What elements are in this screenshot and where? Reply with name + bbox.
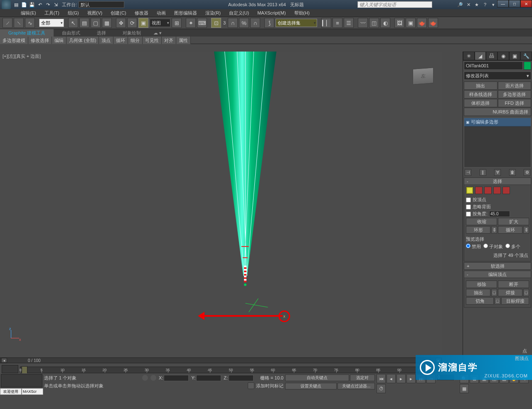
object-color-swatch[interactable] <box>524 62 531 70</box>
extrude-button[interactable]: 抽出 <box>466 289 490 296</box>
close-button[interactable]: ✕ <box>520 0 532 7</box>
btn-splinesel[interactable]: 样条线选择 <box>464 90 498 99</box>
named-sel-edit-icon[interactable]: ⟆ <box>264 18 274 28</box>
subobj-edge-icon[interactable] <box>475 187 483 194</box>
menu-create[interactable]: 创建(C) <box>106 10 130 16</box>
qat-new-icon[interactable]: ▤ <box>12 1 20 8</box>
menu-views[interactable]: 视图(V) <box>83 10 107 16</box>
curve-editor-icon[interactable]: 〰 <box>358 18 368 28</box>
search-icon[interactable]: 🔎 <box>457 1 463 8</box>
maxscript-input[interactable]: MAXScr <box>22 388 43 395</box>
manipulate-icon[interactable]: ✦ <box>186 18 196 28</box>
tab-motion-icon[interactable]: ◉ <box>498 52 509 60</box>
tab-paint[interactable]: 对象绘制 <box>114 29 149 37</box>
grow-button[interactable]: 扩大 <box>498 218 529 225</box>
mirror-icon[interactable]: ▎▏ <box>321 18 331 28</box>
menu-render[interactable]: 渲染(R) <box>201 10 225 16</box>
tab-freeform[interactable]: 自由形式 <box>54 29 89 37</box>
add-marker-label[interactable]: 添加时间标记 <box>256 383 283 389</box>
exchange-icon[interactable]: ✕ <box>465 1 472 8</box>
panel-modifysel[interactable]: 修改选择 <box>28 37 52 44</box>
tab-display-icon[interactable]: ▣ <box>509 52 521 60</box>
configure-icon[interactable]: ⚙ <box>524 169 530 176</box>
dropdown-icon[interactable]: ▾ <box>490 1 497 8</box>
rollout-softsel-header[interactable]: 软选择 <box>464 262 531 270</box>
menu-group[interactable]: 组(G) <box>64 10 83 16</box>
chamfer-opt[interactable]: □ <box>495 297 500 305</box>
menu-customize[interactable]: 自定义(U) <box>225 10 253 16</box>
viewcube[interactable]: 左 <box>413 67 433 84</box>
goto-start-icon[interactable]: ⏮ <box>377 374 386 383</box>
show-end-icon[interactable]: ∥ <box>480 169 486 176</box>
play-icon[interactable]: ▸ <box>397 374 406 383</box>
snap-2d-icon[interactable]: ⊡ <box>211 18 221 28</box>
maxscript-mini[interactable] <box>1 374 42 387</box>
make-unique-icon[interactable]: ∀ <box>494 169 501 176</box>
tab-utilities-icon[interactable]: 🔧 <box>520 52 532 60</box>
ref-coord-dropdown[interactable]: 视图 <box>150 19 170 27</box>
modifier-list-dropdown[interactable]: 修改器列表 <box>464 71 531 80</box>
preview-sub-radio[interactable]: 子对象 <box>483 244 503 250</box>
rotate-icon[interactable]: ⟳ <box>127 18 137 28</box>
ring-button[interactable]: 环形 <box>466 226 490 234</box>
pivot-icon[interactable]: ⊞ <box>172 18 182 28</box>
menu-edit[interactable]: 编辑(E) <box>17 10 40 16</box>
lock-icon[interactable] <box>142 375 148 381</box>
loop-spin[interactable]: ⇕ <box>523 226 529 234</box>
panel-geometry[interactable]: 几何体 (全部) <box>66 37 99 44</box>
menu-maxscript[interactable]: MAXScript(M) <box>253 10 290 15</box>
angle-snap-icon[interactable]: ∩ <box>228 18 238 28</box>
selection-filter-dropdown[interactable]: 全部 <box>39 19 64 27</box>
weld-button[interactable]: 焊接 <box>498 289 522 296</box>
help-search-input[interactable] <box>357 1 432 8</box>
spinner-snap-icon[interactable]: ∩ <box>250 18 260 28</box>
subobj-element-icon[interactable] <box>502 187 510 194</box>
help-icon[interactable]: ? <box>482 1 488 8</box>
ignore-backface-check[interactable]: 忽略背面 <box>466 204 529 210</box>
max-toggle-icon[interactable]: ▦ <box>460 384 469 393</box>
tab-hierarchy-icon[interactable]: 品 <box>486 52 498 60</box>
menu-tools[interactable]: 工具(T) <box>40 10 64 16</box>
time-config-icon[interactable]: ⏱ <box>377 384 386 393</box>
workspace-dropdown[interactable]: 默认 <box>79 1 124 8</box>
timeline-ruler[interactable]: 0510152025303540455055606570758085909510… <box>20 367 442 373</box>
matedit-icon[interactable]: ◐ <box>380 18 390 28</box>
select-name-icon[interactable]: ▤ <box>79 18 89 28</box>
remove-button[interactable]: 移除 <box>466 281 497 288</box>
qat-open-icon[interactable]: 📄 <box>20 1 28 8</box>
app-icon[interactable] <box>2 0 11 9</box>
shrink-button[interactable]: 收缩 <box>466 218 497 225</box>
panel-subdiv[interactable]: 细分 <box>128 37 143 44</box>
select-region-icon[interactable]: ▢ <box>91 18 101 28</box>
btn-volsel[interactable]: 体积选择 <box>464 99 498 107</box>
btn-extract[interactable]: 抽出 <box>464 81 498 90</box>
subobj-vertex-icon[interactable] <box>466 187 473 194</box>
panel-polymodel[interactable]: 多边形建模 <box>0 37 28 44</box>
schematic-icon[interactable]: ◫ <box>369 18 379 28</box>
weld-opt[interactable]: □ <box>523 289 529 296</box>
qat-project-icon[interactable]: ⇲ <box>52 1 59 8</box>
prev-frame-icon[interactable]: ◂ <box>387 374 396 383</box>
remove-mod-icon[interactable]: 🗑 <box>509 169 516 176</box>
menu-help[interactable]: 帮助(H) <box>290 10 314 16</box>
qat-redo-icon[interactable]: ↷ <box>44 1 52 8</box>
menu-modifiers[interactable]: 修改器 <box>131 10 153 16</box>
y-field[interactable] <box>196 375 221 381</box>
preview-multi-radio[interactable]: 多个 <box>505 244 520 250</box>
target-weld-button[interactable]: 目标焊接 <box>501 297 529 305</box>
panel-visibility[interactable]: 可见性 <box>143 37 162 44</box>
menu-graph[interactable]: 图形编辑器 <box>170 10 201 16</box>
panel-edit[interactable]: 编辑 <box>52 37 66 44</box>
rollout-editvert-header[interactable]: 编辑顶点 <box>464 271 531 278</box>
stack-item[interactable]: 可编辑多边形 <box>464 118 531 126</box>
by-vertex-check[interactable]: 按顶点 <box>466 197 529 203</box>
keyfilter-button[interactable]: 关键点过滤器... <box>337 383 375 389</box>
layers-icon[interactable]: ☰ <box>344 18 354 28</box>
tab-create-icon[interactable]: ✳ <box>463 52 475 60</box>
rendered-frame-icon[interactable]: ▣ <box>406 18 416 28</box>
preview-off-radio[interactable]: 禁用 <box>466 244 481 250</box>
keyset-dropdown[interactable]: 选定对 <box>350 375 375 381</box>
angle-spinner[interactable]: 45.0 <box>489 211 510 217</box>
minimize-button[interactable]: — <box>497 0 509 7</box>
time-slider[interactable] <box>22 366 27 374</box>
